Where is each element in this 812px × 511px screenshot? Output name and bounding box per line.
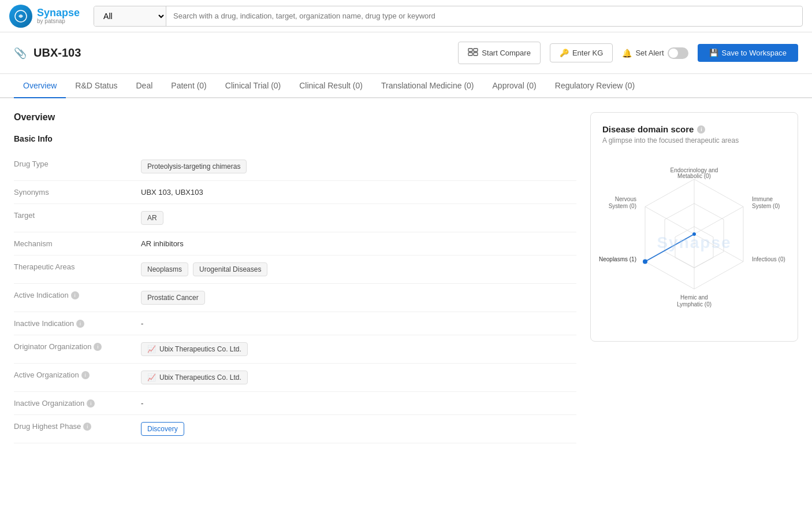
svg-rect-4	[474, 53, 478, 55]
therapeutic-areas-row: Therapeutic Areas Neoplasms Urogenital D…	[14, 255, 576, 284]
tab-bar: Overview R&D Status Deal Patent (0) Clin…	[0, 74, 812, 98]
target-label: Target	[14, 211, 141, 220]
compare-icon	[468, 47, 478, 59]
start-compare-label: Start Compare	[482, 49, 531, 57]
tab-clinical-result[interactable]: Clinical Result (0)	[290, 74, 372, 98]
active-indication-info-icon[interactable]: i	[71, 291, 79, 299]
svg-text:Immune: Immune	[752, 196, 773, 202]
therapeutic-areas-label: Therapeutic Areas	[14, 262, 141, 271]
search-bar: All Drug Target Organization Indication	[94, 6, 803, 27]
inactive-org-label: Inactive Organization i	[14, 399, 141, 408]
logo-icon	[9, 5, 32, 28]
svg-text:Hemic and: Hemic and	[680, 294, 708, 301]
active-org-row: Active Organization i 📈 Ubix Therapeutic…	[14, 364, 576, 392]
disease-domain-title: Disease domain score i	[602, 124, 786, 134]
tab-translational-medicine[interactable]: Translational Medicine (0)	[372, 74, 483, 98]
svg-rect-2	[474, 49, 478, 51]
originator-org-row: Originator Organization i 📈 Ubix Therape…	[14, 335, 576, 364]
tab-deal[interactable]: Deal	[127, 74, 162, 98]
main-content: Overview Basic Info Drug Type Proteolysi…	[0, 98, 812, 457]
overview-panel: Overview Basic Info Drug Type Proteolysi…	[14, 112, 576, 443]
drug-type-label: Drug Type	[14, 160, 141, 168]
originator-org-info-icon[interactable]: i	[94, 343, 102, 351]
radar-chart: Endocrinology and Metabolic (0) Immune S…	[602, 162, 787, 324]
tab-regulatory-review[interactable]: Regulatory Review (0)	[546, 74, 645, 98]
therapeutic-area-1-tag: Neoplasms	[141, 262, 188, 276]
inactive-org-info-icon[interactable]: i	[87, 399, 95, 408]
inactive-indication-row: Inactive Indication i -	[14, 312, 576, 335]
radar-chart-container: Synapse	[602, 156, 786, 329]
target-tag[interactable]: AR	[141, 211, 163, 225]
originator-org-label: Originator Organization i	[14, 342, 141, 351]
drug-type-value: Proteolysis-targeting chimeras	[141, 160, 576, 173]
tab-patent[interactable]: Patent (0)	[162, 74, 215, 98]
svg-text:System (0): System (0)	[609, 203, 636, 209]
overview-section-title: Overview	[14, 112, 576, 123]
tab-overview[interactable]: Overview	[14, 74, 66, 98]
alert-toggle-thumb	[669, 49, 678, 58]
originator-org-tag[interactable]: 📈 Ubix Therapeutics Co. Ltd.	[141, 342, 248, 356]
save-icon: 💾	[709, 49, 718, 57]
save-to-workspace-button[interactable]: 💾 Save to Workspace	[698, 44, 798, 62]
disease-domain-score-box: Disease domain score i A glimpse into th…	[590, 112, 798, 342]
save-to-workspace-label: Save to Workspace	[722, 49, 787, 57]
logo-text: Synapse by patsnap	[37, 8, 80, 24]
basic-info-title: Basic Info	[14, 134, 576, 143]
drug-icon: 📎	[14, 47, 27, 60]
active-indication-value: Prostatic Cancer	[141, 291, 576, 305]
kg-icon: 🔑	[560, 49, 569, 57]
enter-kg-button[interactable]: 🔑 Enter KG	[550, 43, 613, 62]
synonyms-value: UBX 103, UBX103	[141, 188, 576, 197]
mechanism-row: Mechanism AR inhibitors	[14, 232, 576, 255]
drug-title: UBX-103	[33, 46, 458, 60]
header-actions: Start Compare 🔑 Enter KG 🔔 Set Alert 💾 S…	[458, 42, 798, 64]
drug-highest-phase-row: Drug Highest Phase i Discovery	[14, 415, 576, 443]
org-chart-icon-2: 📈	[147, 373, 156, 382]
target-value: AR	[141, 211, 576, 225]
svg-text:Lymphatic (0): Lymphatic (0)	[677, 301, 712, 308]
search-input[interactable]	[166, 7, 802, 25]
set-alert-toggle: 🔔 Set Alert	[622, 47, 688, 59]
search-filter-select[interactable]: All Drug Target Organization Indication	[94, 6, 166, 26]
start-compare-button[interactable]: Start Compare	[458, 42, 541, 64]
alert-toggle-track[interactable]	[668, 47, 688, 59]
tab-rd-status[interactable]: R&D Status	[66, 74, 126, 98]
inactive-indication-info-icon[interactable]: i	[76, 320, 84, 328]
active-indication-row: Active Indication i Prostatic Cancer	[14, 284, 576, 312]
drug-highest-phase-info-icon[interactable]: i	[83, 423, 91, 431]
synonyms-row: Synonyms UBX 103, UBX103	[14, 181, 576, 204]
drug-highest-phase-label: Drug Highest Phase i	[14, 422, 141, 431]
active-org-tag[interactable]: 📈 Ubix Therapeutics Co. Ltd.	[141, 371, 248, 384]
active-org-label: Active Organization i	[14, 371, 141, 379]
svg-point-13	[643, 260, 647, 264]
inactive-org-value: -	[141, 399, 576, 408]
target-row: Target AR	[14, 204, 576, 232]
svg-text:Infectious (0): Infectious (0)	[752, 256, 785, 262]
top-navigation: Synapse by patsnap All Drug Target Organ…	[0, 0, 812, 32]
drug-type-row: Drug Type Proteolysis-targeting chimeras	[14, 153, 576, 181]
logo: Synapse by patsnap	[9, 5, 80, 28]
active-org-info-icon[interactable]: i	[81, 371, 90, 379]
disease-domain-subtitle: A glimpse into the focused therapeutic a…	[602, 136, 786, 145]
enter-kg-label: Enter KG	[572, 49, 603, 57]
set-alert-label: Set Alert	[635, 49, 664, 57]
disease-domain-info-icon[interactable]: i	[697, 125, 705, 134]
drug-highest-phase-value: Discovery	[141, 422, 576, 436]
svg-text:Nervous: Nervous	[615, 196, 636, 202]
active-indication-label: Active Indication i	[14, 291, 141, 299]
tab-approval[interactable]: Approval (0)	[483, 74, 546, 98]
org-chart-icon: 📈	[147, 345, 156, 353]
synonyms-label: Synonyms	[14, 188, 141, 197]
alert-icon: 🔔	[622, 49, 632, 58]
active-indication-tag: Prostatic Cancer	[141, 291, 205, 305]
svg-rect-1	[468, 49, 472, 51]
tab-clinical-trial[interactable]: Clinical Trial (0)	[216, 74, 290, 98]
svg-line-11	[645, 234, 694, 262]
inactive-indication-label: Inactive Indication i	[14, 319, 141, 328]
svg-rect-3	[468, 53, 472, 55]
drug-type-tag: Proteolysis-targeting chimeras	[141, 160, 247, 173]
svg-text:System (0): System (0)	[752, 203, 780, 209]
drug-highest-phase-tag: Discovery	[141, 422, 184, 436]
disease-domain-panel: Disease domain score i A glimpse into th…	[590, 112, 798, 443]
mechanism-value: AR inhibitors	[141, 239, 576, 248]
